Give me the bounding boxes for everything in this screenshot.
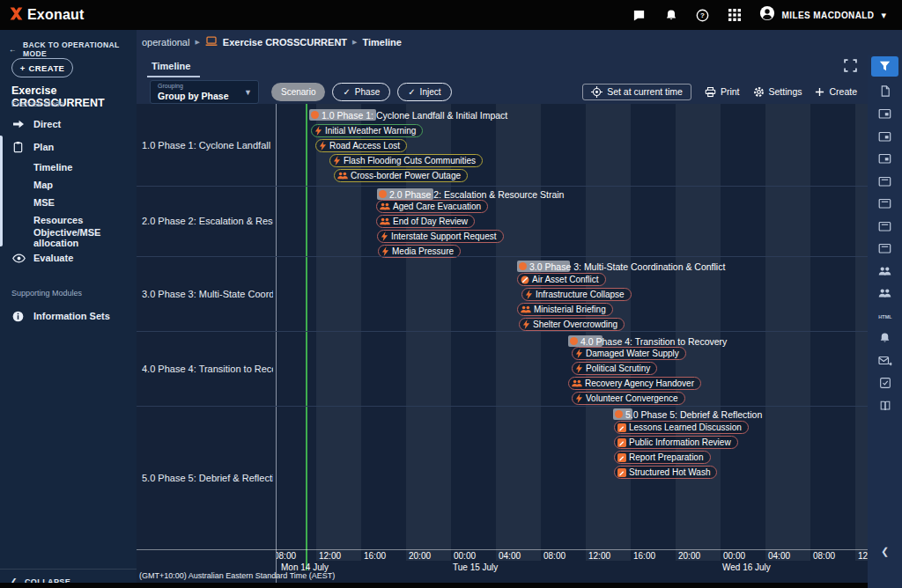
type-filter-chips: Scenario✓Phase✓Inject (271, 83, 452, 101)
phase-bar[interactable]: 1.0 Phase 1: Cyclone Landfall & Initial … (309, 109, 507, 121)
info-icon (12, 311, 24, 322)
axis-tick-label: 08:00 (543, 551, 566, 561)
inject-pill[interactable]: Lessons Learned Discussion (614, 421, 749, 434)
arrow-right-icon (12, 119, 25, 129)
fullscreen-icon[interactable] (844, 59, 857, 76)
html-icon[interactable]: HTML (868, 308, 902, 323)
sidebar-item-information-sets[interactable]: Information Sets (0, 305, 137, 327)
phase-label: 2.0 Phase 2: Escalation & Resource Strai… (377, 189, 564, 200)
sidebar-item-mse[interactable]: MSE (0, 194, 137, 211)
filter-icon[interactable] (871, 56, 898, 77)
card-icon[interactable] (868, 107, 902, 121)
mail-forward-icon[interactable] (868, 353, 902, 368)
tab-timeline[interactable]: Timeline (152, 61, 190, 71)
inject-label: Damaged Water Supply (586, 349, 679, 358)
bolt-icon (575, 364, 583, 373)
phase-bar[interactable]: 4.0 Phase 4: Transition to Recovery (568, 335, 727, 347)
people-outline-icon[interactable] (868, 263, 902, 278)
bolt-icon (575, 393, 583, 403)
inject-pill[interactable]: Infrastructure Collapse (521, 288, 632, 301)
inject-pill[interactable]: Interstate Support Request (377, 230, 504, 243)
file-icon[interactable] (868, 84, 902, 99)
sidebar-item-evaluate[interactable]: Evaluate (0, 246, 137, 269)
chat-icon[interactable] (632, 8, 647, 22)
inject-pill[interactable]: Shelter Overcrowding (519, 318, 625, 331)
card-icon[interactable] (868, 129, 902, 143)
phase-bar[interactable]: 2.0 Phase 2: Escalation & Resource Strai… (377, 188, 564, 200)
back-to-operational-mode[interactable]: ← BACK TO OPERATIONAL MODE (9, 40, 137, 58)
chevron-down-icon: ▼ (244, 88, 252, 97)
inject-pill[interactable]: Volunteer Convergence (572, 392, 685, 405)
bell-outline-icon[interactable] (868, 331, 902, 346)
inject-pill[interactable]: Initial Weather Warning (311, 124, 423, 137)
inject-pill[interactable]: Air Asset Conflict (517, 273, 606, 286)
create-button[interactable]: Create (815, 86, 857, 97)
inject-label: Air Asset Conflict (532, 275, 599, 284)
create-button[interactable]: + CREATE (11, 58, 73, 77)
archive-icon[interactable] (868, 196, 902, 211)
inject-pill[interactable]: Recovery Agency Handover (568, 377, 701, 390)
people-outline-icon[interactable] (868, 286, 902, 301)
inject-pill[interactable]: Ministerial Briefing (517, 303, 613, 316)
html-icon: HTML (876, 312, 894, 320)
breadcrumb-operational[interactable]: operational (142, 37, 189, 48)
inject-pill[interactable]: Political Scrutiny (572, 362, 657, 375)
card-icon[interactable] (868, 151, 902, 166)
inject-pill[interactable]: Structured Hot Wash (614, 466, 717, 479)
grouping-select[interactable]: Grouping Group by Phase ▼ (150, 80, 259, 104)
sidebar-item-direct[interactable]: Direct (0, 113, 137, 136)
sidebar-item-plan[interactable]: Plan (0, 136, 137, 158)
eye-icon (12, 254, 33, 263)
breadcrumb-exercise[interactable]: Exercise CROSSCURRENT (223, 37, 347, 48)
phase-bar[interactable]: 5.0 Phase 5: Debrief & Reflection (613, 408, 762, 420)
chip-inject[interactable]: ✓Inject (397, 83, 451, 101)
user-menu[interactable]: MILES MACDONALD ▾ (759, 5, 886, 25)
breadcrumb-timeline: Timeline (362, 37, 401, 48)
inject-pill[interactable]: Cross-border Power Outage (334, 169, 468, 182)
axis-tick-label: 04:00 (768, 551, 790, 561)
inject-pill[interactable]: Flash Flooding Cuts Communities (329, 154, 483, 167)
inject-pill[interactable]: Road Access Lost (315, 139, 407, 152)
plus-icon: + (20, 63, 26, 73)
help-icon[interactable]: ? (696, 8, 710, 22)
people-icon (521, 305, 531, 313)
sidebar-item-map[interactable]: Map (0, 176, 137, 194)
chip-scenario[interactable]: Scenario (271, 83, 325, 101)
bell-icon[interactable] (664, 8, 678, 22)
sidebar-item-label: Objective/MSE allocation (33, 227, 137, 248)
settings-button[interactable]: Settings (753, 86, 802, 98)
set-at-current-time-button[interactable]: Set at current time (582, 84, 691, 100)
clipboard-icon (12, 141, 33, 153)
inject-pill[interactable]: Damaged Water Supply (572, 347, 686, 360)
time-band (676, 104, 721, 561)
sidebar-item-objective-mse-allocation[interactable]: Objective/MSE allocation (0, 229, 137, 246)
inject-label: Lessons Learned Discussion (629, 423, 742, 432)
inject-pill[interactable]: Public Information Review (614, 436, 738, 449)
archive-icon[interactable] (868, 173, 902, 188)
plus-icon (815, 87, 824, 97)
inject-label: End of Day Review (393, 217, 468, 226)
archive-icon[interactable] (868, 218, 902, 233)
sidebar-item-timeline[interactable]: Timeline (0, 158, 137, 176)
axis-tick-label: 12:00 (319, 551, 341, 561)
book-icon[interactable] (868, 398, 902, 413)
archive-icon (878, 220, 891, 232)
note-icon (617, 453, 626, 462)
sidebar-item-resources[interactable]: Resources (0, 211, 137, 229)
print-button[interactable]: Print (705, 86, 740, 98)
apps-grid-icon[interactable] (728, 8, 742, 22)
task-check-icon[interactable] (868, 376, 902, 391)
chip-phase[interactable]: ✓Phase (332, 83, 390, 101)
inject-label: Report Preparation (629, 452, 704, 462)
archive-icon[interactable] (868, 241, 902, 256)
rail-collapse-button[interactable]: ❮ (868, 546, 902, 557)
bolt-icon (522, 320, 530, 329)
inject-pill[interactable]: End of Day Review (376, 215, 475, 228)
sidebar-collapse-button[interactable]: ❮ COLLAPSE (0, 569, 137, 583)
task-check-icon (879, 377, 891, 389)
inject-pill[interactable]: Report Preparation (614, 451, 711, 464)
phase-icon (570, 337, 578, 345)
card-icon (878, 130, 891, 143)
phase-bar[interactable]: 3.0 Phase 3: Multi-State Coordination & … (517, 261, 725, 272)
inject-pill[interactable]: Aged Care Evacuation (376, 200, 488, 213)
